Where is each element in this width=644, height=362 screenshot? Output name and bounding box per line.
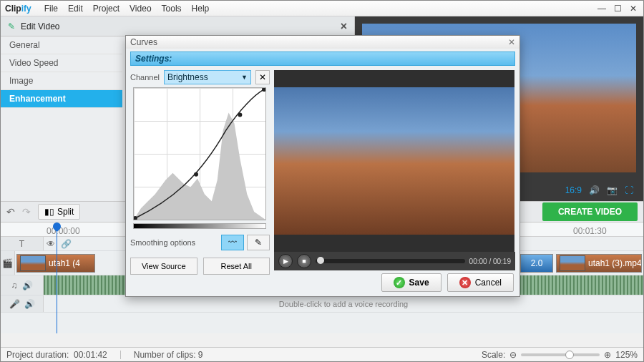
view-source-button[interactable]: View Source [130,258,197,275]
redo-icon[interactable]: ↷ [22,206,31,217]
zoom-slider[interactable] [521,353,600,356]
gradient-bar [133,223,266,229]
volume-icon[interactable]: 🔊 [589,185,600,195]
menu-edit[interactable]: Edit [68,4,83,14]
svg-point-4 [262,88,265,92]
reset-all-button[interactable]: Reset All [203,258,270,275]
channel-label: Channel [130,73,160,82]
fullscreen-icon[interactable]: ⛶ [625,185,633,195]
clip-1[interactable]: utah1 (4 [16,254,95,273]
track-video-header: 🎬 [1,251,15,275]
settings-header: Settings: [130,52,515,66]
track-voice-header: 🎤 🔊 [1,295,44,312]
clip-3[interactable]: utah1 (3).mp4 [556,254,642,273]
link-icon[interactable]: 🔗 [61,239,72,249]
menu-video[interactable]: Video [130,4,151,14]
visibility-icon[interactable]: 👁 [47,239,55,249]
edit-panel-title: Edit Video [21,21,60,31]
app-logo: Clipify [5,3,31,14]
seek-slider[interactable] [316,259,465,263]
svg-marker-0 [134,113,265,220]
zoom-in-icon[interactable]: ⊕ [604,350,611,360]
zoom-out-icon[interactable]: ⊖ [509,350,517,360]
timecode: 00:00 / 00:19 [469,258,511,265]
split-button[interactable]: ▮▯Split [38,204,80,220]
snapshot-icon[interactable]: 📷 [607,185,618,195]
smooth-linear-icon[interactable]: ✎ [247,235,270,250]
aspect-ratio[interactable]: 16:9 [565,185,582,195]
minimize-icon[interactable]: — [596,4,608,14]
voice-track-hint[interactable]: Double-click to add a voice recording [44,300,643,308]
menu-tools[interactable]: Tools [162,4,182,14]
svg-point-2 [194,172,198,177]
smooth-curve-icon[interactable]: 〰 [221,235,244,250]
close-icon[interactable]: ✕ [628,4,639,14]
edit-icon: ✎ [8,21,15,31]
check-icon: ✓ [394,277,405,288]
channel-reset-icon[interactable]: ✕ [255,70,270,84]
smoothing-label: Smoothing options [130,238,195,247]
close-panel-icon[interactable]: × [341,20,347,33]
save-button[interactable]: ✓Save [381,273,441,292]
status-clips: Number of clips: 9 [134,350,203,360]
track-music-header: ♫ 🔊 [1,275,44,295]
dialog-close-icon[interactable]: ✕ [508,37,515,47]
play-icon[interactable]: ▶ [278,254,293,268]
maximize-icon[interactable]: ☐ [612,4,623,14]
undo-icon[interactable]: ↶ [6,206,15,217]
clip-2[interactable]: 2.0 [520,254,553,273]
playhead[interactable] [57,222,57,333]
status-duration: Project duration: 00:01:42 [6,350,107,360]
menu-file[interactable]: File [44,4,58,14]
cancel-button[interactable]: ✕Cancel [447,273,514,292]
zoom-value: 125% [615,350,638,360]
curves-dialog: Curves ✕ Settings: Channel Brightness▼ ✕ [125,35,520,297]
tab-general[interactable]: General [1,36,122,54]
create-video-button[interactable]: CREATE VIDEO [542,202,638,221]
menubar: File Edit Project Video Tools Help [44,4,210,14]
svg-point-3 [238,113,242,117]
cancel-icon: ✕ [459,277,471,288]
tab-image[interactable]: Image [1,72,122,90]
dialog-title: Curves [130,37,157,47]
channel-select[interactable]: Brightness▼ [164,70,251,84]
stop-icon[interactable]: ■ [297,254,311,268]
tab-video-speed[interactable]: Video Speed [1,54,122,72]
menu-project[interactable]: Project [93,4,119,14]
curves-graph[interactable] [133,87,266,220]
tab-enhancement[interactable]: Enhancement [1,90,122,108]
dialog-preview [274,70,514,252]
menu-help[interactable]: Help [192,4,210,14]
track-text-header: T [1,237,44,250]
